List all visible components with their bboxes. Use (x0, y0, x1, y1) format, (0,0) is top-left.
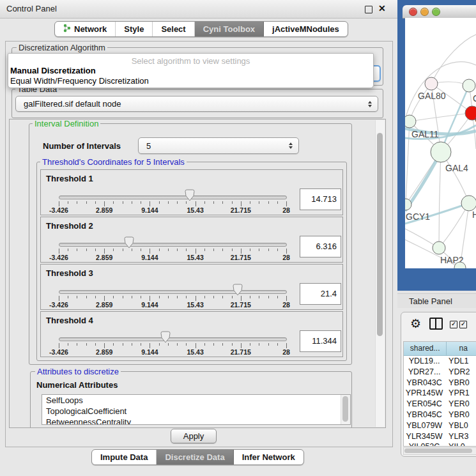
zoom-traffic-light-icon[interactable] (432, 8, 440, 16)
network-view-canvas[interactable]: GAL80GALCGAL11GAL4GCY1HHAP2 (405, 18, 476, 268)
table-row[interactable]: YPR145WYPR1 (404, 388, 476, 399)
column-header-1[interactable]: na (447, 342, 476, 355)
slider-tick-label: 2.859 (96, 348, 112, 356)
network-node-hap2[interactable] (433, 242, 445, 254)
table-cell: YIL052C (404, 441, 445, 447)
threshold-value-field[interactable]: 14.713 (300, 188, 341, 210)
discretization-algorithm-group-label: Discretization Algorithm (17, 43, 107, 52)
attribute-list-item[interactable]: BetweennessCentrality (42, 417, 350, 425)
threshold-slider-track[interactable] (59, 196, 287, 199)
apply-button[interactable]: Apply (171, 429, 217, 443)
checkbox-icon[interactable]: ✓ (450, 321, 457, 328)
network-node-label: H (472, 210, 476, 220)
table-cell: YBL079W (404, 420, 445, 431)
table-data-combobox[interactable]: galFiltered.sif default node (15, 96, 378, 112)
table-row[interactable]: YIL052CYIL0 (404, 441, 476, 447)
network-window-titlebar (403, 5, 476, 19)
attributes-list-scrollbar[interactable] (341, 395, 350, 424)
tab-label: Network (74, 24, 107, 34)
table-row[interactable]: YBL079WYBL0 (404, 420, 476, 431)
table-settings-gear-icon[interactable]: ⚙ (410, 316, 421, 331)
table-panel-titlebar: Table Panel (397, 293, 476, 309)
threshold-slider-track[interactable] (59, 290, 287, 294)
slider-tick-label: 28 (282, 206, 290, 214)
table-cell: YBL0 (445, 420, 476, 431)
attribute-list-item[interactable]: TopologicalCoefficient (42, 406, 350, 417)
tab-select[interactable]: Select (153, 22, 194, 36)
combo-stepper-icon (368, 101, 372, 107)
number-of-intervals-label: Number of Intervals (43, 141, 121, 151)
tab-discretize-data[interactable]: Discretize Data (157, 450, 233, 464)
threshold-slider-thumb[interactable] (233, 284, 243, 296)
tab-style[interactable]: Style (116, 22, 153, 36)
network-node-h[interactable] (461, 196, 476, 211)
attribute-list-item[interactable]: SelfLoops (42, 395, 350, 406)
tab-impute-data[interactable]: Impute Data (92, 450, 157, 464)
threshold-slider-thumb[interactable] (160, 331, 171, 343)
network-canvas-svg: GAL80GALCGAL11GAL4GCY1HHAP2 (405, 18, 476, 268)
network-edge (431, 35, 476, 84)
slider-tick-label: -3.426 (49, 301, 68, 309)
table-cell: YPR145W (404, 388, 445, 399)
threshold-slider-thumb[interactable] (185, 189, 195, 201)
cyni-mode-tabs: Impute Data Discretize Data Infer Networ… (91, 449, 304, 465)
table-cell: YBR0 (445, 410, 476, 420)
slider-tick-label: 9.144 (141, 206, 158, 214)
slider-tick-label: 15.43 (187, 348, 203, 356)
column-header-0[interactable]: shared... (404, 342, 447, 355)
network-node-gal4[interactable] (431, 142, 451, 162)
dropdown-option-manual-discretization[interactable]: Manual Discretization (10, 66, 96, 75)
close-icon[interactable]: ✕ (378, 3, 386, 13)
threshold-label: Threshold 1 (46, 174, 93, 183)
table-row[interactable]: YDL19...YDL1 (404, 356, 476, 367)
slider-tick-label: 15.43 (187, 301, 203, 309)
tab-infer-network[interactable]: Infer Network (234, 450, 303, 464)
network-node-label: GAL80 (418, 91, 446, 101)
tab-jactivemnodules[interactable]: jActiveMNodules (264, 22, 348, 36)
scrollbar-thumb[interactable] (377, 133, 383, 336)
number-of-intervals-value: 5 (146, 141, 151, 151)
threshold-value-field[interactable]: 11.344 (300, 330, 341, 352)
combo-stepper-icon (289, 142, 293, 149)
checkbox-icon[interactable]: ✓ (459, 321, 467, 328)
tab-cyni-toolbox[interactable]: Cyni Toolbox (195, 22, 264, 36)
threshold-slider-thumb[interactable] (124, 236, 134, 249)
table-row[interactable]: YDR27...YDR2 (404, 367, 476, 378)
table-row[interactable]: YBR045CYBR0 (404, 410, 476, 420)
table-panel-title: Table Panel (409, 294, 452, 309)
network-node-label: GAL11 (411, 129, 439, 139)
network-node-gal[interactable] (463, 79, 475, 92)
close-traffic-light-icon[interactable] (409, 8, 417, 16)
float-window-icon[interactable] (365, 6, 372, 13)
control-panel-tabs: Network Style Select Cyni Toolbox jActiv… (54, 21, 348, 37)
number-of-intervals-combobox[interactable]: 5 (138, 137, 299, 154)
network-node-gal11[interactable] (405, 115, 416, 128)
table-row[interactable]: YER054CYER0 (404, 399, 476, 410)
minimize-traffic-light-icon[interactable] (420, 8, 429, 16)
table-panel-inner: ⚙ ✓ ✓ shared...na YDL19...YDL1YDR27...YD… (401, 312, 476, 457)
slider-tick-label: 9.144 (141, 348, 158, 356)
threshold-value-field[interactable]: 21.4 (300, 283, 341, 305)
numerical-attributes-list: SelfLoopsTopologicalCoefficientBetweenne… (42, 394, 351, 425)
screen: Control Panel ✕ Network Style Select Cyn… (0, 0, 476, 476)
table-panel: ⚙ ✓ ✓ shared...na YDL19...YDL1YDR27...YD… (397, 308, 476, 476)
table-row[interactable]: YLR345WYLR3 (404, 431, 476, 442)
dropdown-option-equal-width-frequency[interactable]: Equal Width/Frequency Discretization (10, 76, 149, 86)
threshold-slider-track[interactable] (59, 337, 287, 341)
settings-vertical-scrollbar[interactable] (375, 120, 385, 427)
network-node-gal80[interactable] (425, 77, 438, 90)
threshold-slider-track[interactable] (59, 243, 287, 247)
slider-tick-label: 9.144 (141, 254, 158, 261)
split-view-icon[interactable] (429, 318, 443, 330)
table-horizontal-scrollbar[interactable] (403, 447, 476, 455)
slider-tick-label: 28 (282, 254, 290, 261)
scrollbar-thumb[interactable] (404, 449, 472, 453)
slider-tick-labels: -3.4262.8599.14415.4321.71528 (59, 254, 286, 261)
tab-network[interactable]: Network (55, 22, 116, 36)
slider-tick-label: -3.426 (49, 348, 68, 356)
threshold-panel-2: Threshold 2 -3.4262.8599.14415.4321.7152… (40, 217, 343, 263)
table-cell: YER054C (404, 399, 445, 410)
threshold-value-field[interactable]: 6.316 (300, 236, 341, 257)
interval-definition-group-label: Interval Definition (33, 119, 100, 128)
table-row[interactable]: YBR043CYBR0 (404, 378, 476, 388)
